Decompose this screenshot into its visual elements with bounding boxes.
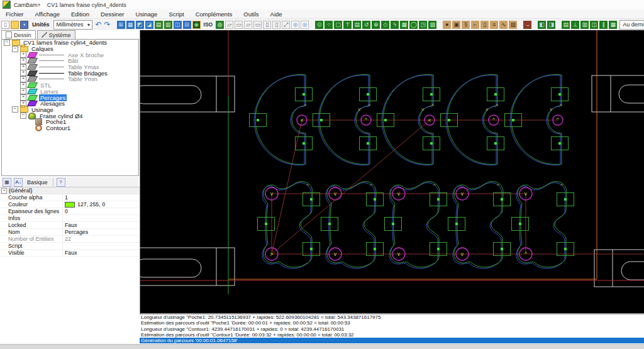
drawing-canvas[interactable]: <^^^v<^v^^v^^vv>^vv^vv^vv^v^^	[140, 30, 644, 313]
draw-arc-icon[interactable]: ↺	[362, 21, 370, 29]
toolpath-route-icon[interactable]: →	[523, 21, 531, 29]
render-icon[interactable]: ◍	[216, 21, 224, 29]
alphabetical-sort-icon[interactable]: A↓	[14, 178, 23, 187]
categorized-view-icon[interactable]: ▦	[3, 178, 11, 187]
view-top-icon[interactable]: ◩	[136, 21, 144, 29]
shaded-view-icon[interactable]: ◉	[192, 21, 201, 29]
menu-edition[interactable]: Edition	[65, 11, 95, 18]
collapse-icon[interactable]: −	[12, 46, 18, 52]
svg-text:v: v	[358, 107, 360, 112]
log-line[interactable]: Estimation des parcours d'outil "Poche1 …	[140, 320, 644, 326]
draw-region-icon[interactable]: ◳	[419, 21, 427, 29]
edit-fillet-icon[interactable]: ∿	[499, 21, 508, 29]
svg-text:^: ^	[304, 104, 306, 109]
menu-script[interactable]: Script	[163, 11, 189, 18]
tab-dessin[interactable]: Dessin	[1, 30, 36, 39]
svg-text:<: <	[301, 118, 304, 123]
draw-hatch-icon[interactable]: ▧	[428, 21, 436, 29]
draw-polyline-icon[interactable]: ϟ	[391, 21, 399, 29]
wireframe-cube-icon[interactable]: ▱	[225, 21, 233, 29]
draw-array-icon[interactable]: ▦	[400, 21, 408, 29]
draw-point-icon[interactable]: ⊙	[315, 21, 323, 29]
collapse-icon[interactable]: −	[1, 188, 7, 194]
title-bar: CamBam+ CV1 lames fraise cylin4_4dents	[0, 0, 644, 9]
menu-usinage[interactable]: Usinage	[130, 11, 164, 18]
menu-compl-ments[interactable]: Compléments	[190, 11, 238, 18]
edit-trim-icon[interactable]: ≡	[490, 21, 498, 29]
view-left-icon[interactable]: ◫	[174, 21, 182, 29]
view-back-icon[interactable]: ▥	[164, 21, 172, 29]
align-center-icon[interactable]: ⊥	[571, 21, 579, 29]
tree-item-contour1[interactable]: Contour1	[2, 125, 138, 131]
view-bottom-icon[interactable]: ◪	[145, 21, 153, 29]
iso-view-label[interactable]: ISO	[204, 21, 213, 28]
log-line[interactable]: Estimation des parcours d'outil "Contour…	[140, 332, 644, 338]
property-label: Locked	[0, 222, 63, 228]
collapse-icon[interactable]: −	[12, 106, 18, 113]
edit-point-icon[interactable]: ●	[443, 21, 451, 29]
log-line[interactable]: Longueur d'usinage "Contour1: 4239.44716…	[140, 326, 644, 332]
property-value[interactable]: 22	[63, 236, 140, 242]
fit-view-icon[interactable]: ⤢	[282, 21, 290, 29]
tree-item-fraise-cylind-4[interactable]: −Fraise cylind Ø4	[2, 113, 138, 119]
draw-rect-icon[interactable]: ▢	[334, 21, 342, 29]
property-value[interactable]: 0	[63, 208, 140, 214]
draw-text-icon[interactable]: T	[343, 21, 352, 29]
help-icon[interactable]: ?	[57, 178, 65, 187]
edit-node-icon[interactable]: ▣	[452, 21, 460, 29]
rotate-view-icon[interactable]: ▯	[263, 21, 271, 29]
draw-polygon-icon[interactable]: ◇	[381, 21, 389, 29]
au-dernier-combo[interactable]: Au dernier ▼	[619, 20, 644, 30]
property-value[interactable]: 127, 255, 0	[63, 201, 140, 208]
align-top-icon[interactable]: ◫	[590, 21, 598, 29]
solid-cube-icon[interactable]: ▭	[235, 21, 243, 29]
collapse-icon[interactable]: −	[4, 40, 10, 46]
log-line[interactable]: Longueur d'usinage "Poche1: 20.734511513…	[140, 314, 644, 320]
edit-break-icon[interactable]: §	[462, 21, 470, 29]
align-bottom-icon[interactable]: ▦	[609, 21, 617, 29]
open-folder-icon[interactable]	[11, 21, 19, 29]
property-value[interactable]: Faux	[63, 222, 140, 228]
draw-surface-icon[interactable]: ▤	[353, 21, 361, 29]
view-right-icon[interactable]: ⊟	[183, 21, 191, 29]
tab-syst-me[interactable]: Système	[37, 30, 75, 39]
redo-button[interactable]: ↷	[104, 21, 111, 28]
collapse-icon[interactable]: −	[20, 113, 26, 119]
view-grid-icon[interactable]: ▦	[126, 21, 135, 29]
edit-transform-icon[interactable]: ▨	[509, 21, 517, 29]
nest-parts-icon[interactable]: ◧	[538, 21, 546, 29]
draw-ellipse-icon[interactable]: ◯	[409, 21, 418, 29]
view-xy-icon[interactable]: ⊞	[117, 21, 125, 29]
persp-view-icon[interactable]: ▭	[253, 21, 262, 29]
nest-sheet-icon[interactable]: ◨	[547, 21, 555, 29]
pan-view-icon[interactable]: ▯	[272, 21, 280, 29]
svg-text:v: v	[461, 252, 464, 257]
view-front-icon[interactable]: ▤	[155, 21, 163, 29]
new-file-icon[interactable]: ▯	[1, 21, 9, 29]
draw-circle-icon[interactable]: ⊕	[372, 21, 380, 29]
edit-join-icon[interactable]: ⌐	[471, 21, 479, 29]
draw-points-icon[interactable]: ⁘	[325, 21, 333, 29]
iso-view-icon[interactable]: ▱	[244, 21, 252, 29]
align-right-icon[interactable]: ▥	[580, 21, 589, 29]
bore-shape[interactable]: <^	[254, 75, 307, 165]
property-group-header[interactable]: − (Général)	[0, 187, 140, 194]
menu-outils[interactable]: Outils	[238, 11, 264, 18]
units-combo[interactable]: Millimètres ▼	[53, 20, 93, 30]
property-value[interactable]: Percages	[63, 229, 140, 235]
percage-squares[interactable]	[250, 88, 574, 256]
menu-dessiner[interactable]: Dessiner	[95, 11, 130, 18]
property-value[interactable]: 1	[63, 194, 140, 201]
log-line-selected[interactable]: Génération du parcours '00:00:01.0647158…	[140, 338, 644, 343]
zoom-window-icon[interactable]: ◎	[291, 21, 299, 29]
undo-button[interactable]: ↶	[95, 21, 101, 28]
align-middle-icon[interactable]: ∥	[599, 21, 608, 29]
align-left-icon[interactable]: ▤	[562, 21, 570, 29]
menu-aide[interactable]: Aide	[265, 11, 288, 18]
save-icon[interactable]: ▪	[20, 21, 28, 29]
edit-offset-icon[interactable]: ▯	[480, 21, 489, 29]
menu-fichier[interactable]: Fichier	[0, 11, 30, 18]
zoom-extents-icon[interactable]: ◎	[301, 21, 309, 29]
property-value[interactable]: Faux	[63, 250, 140, 256]
menu-affichage[interactable]: Affichage	[30, 11, 65, 18]
